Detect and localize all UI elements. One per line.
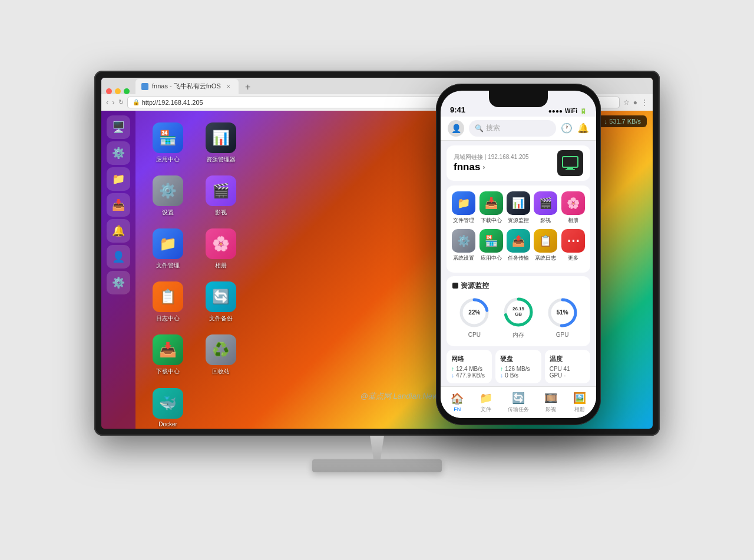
mem-label: 内存	[512, 331, 524, 339]
phone-app-more[interactable]: ⋯ 更多	[560, 229, 587, 262]
phone-appstore-label: 应用中心	[481, 254, 502, 262]
clock-icon[interactable]: 🕐	[561, 122, 573, 134]
phone-app-video[interactable]: 🎬 影视	[532, 191, 559, 224]
desktop-icon-appstore[interactable]: 🏪 应用中心	[141, 117, 194, 170]
gpu-value-text: 51%	[557, 309, 568, 316]
menu-icon[interactable]: ⋮	[641, 98, 648, 107]
nav-back[interactable]: ‹	[106, 98, 108, 107]
phone-app-transfer[interactable]: 📤 任务传输	[505, 229, 532, 262]
profile-icon[interactable]: ●	[633, 98, 637, 107]
desktop-icon-files[interactable]: 📁 文件管理	[141, 223, 194, 276]
logs-label: 日志中心	[156, 314, 180, 323]
search-placeholder: 搜索	[486, 123, 500, 133]
svg-rect-0	[563, 157, 578, 167]
gpu-label: GPU	[556, 332, 569, 338]
desktop-icon-backup[interactable]: 🔄 文件备份	[194, 276, 247, 329]
docker-icon: 🐳	[153, 388, 183, 419]
watermark: @蓝点网 Landian.News	[361, 391, 442, 402]
tab-album[interactable]: 🖼️ 相册	[573, 392, 586, 413]
up-arrow-icon: ↑	[451, 366, 454, 372]
desktop-icon-logs[interactable]: 📋 日志中心	[141, 276, 194, 329]
bell-icon[interactable]: 🔔	[577, 122, 589, 134]
disk-write-icon: ↓	[500, 372, 503, 379]
nav-forward[interactable]: ›	[112, 98, 114, 107]
resource-title-text: 资源监控	[461, 281, 489, 291]
appstore-icon: 🏪	[153, 122, 183, 153]
desktop-icon-download[interactable]: 📥 下载中心	[141, 329, 194, 382]
tab-files-label: 文件	[481, 406, 491, 413]
traffic-light-red[interactable]	[106, 88, 112, 94]
phone-bottom-bar: 🏠 FN 📁 文件 🔄 传输任务 🎞️ 影视	[441, 386, 596, 418]
gpu-gauge: 51% GPU	[546, 296, 579, 338]
phone-syslog-icon: 📋	[534, 229, 557, 253]
phone-monitor-label: 资源监控	[508, 217, 529, 224]
phone-more-icon: ⋯	[561, 229, 585, 253]
sidebar-icon-notify[interactable]: 🔔	[107, 219, 130, 243]
cpu-gauge: 22% CPU	[458, 296, 491, 338]
tab-video-icon: 🎞️	[544, 392, 557, 405]
photos-icon: 🌸	[206, 228, 236, 259]
phone-monitor-icon: 📊	[507, 191, 530, 215]
desktop-icon-settings[interactable]: ⚙️ 设置	[141, 170, 194, 223]
resource-gauges: 22% CPU	[452, 296, 584, 339]
device-card[interactable]: 局域网链接 | 192.168.41.205 fnnas ›	[447, 145, 590, 181]
sidebar-icon-user[interactable]: 👤	[107, 245, 130, 269]
browser-tab[interactable]: fnnas - 飞牛私有云fnOS ×	[135, 79, 239, 94]
phone-filemanager-icon: 📁	[452, 191, 475, 215]
desktop-icon-video[interactable]: 🎬 影视	[194, 170, 247, 223]
address-text: http://192.168.41.205	[142, 99, 203, 106]
mem-gauge-circle: 26.15GB	[502, 296, 535, 329]
tab-favicon	[141, 83, 148, 90]
network-up-row: ↑ 12.4 MB/s	[451, 366, 487, 372]
phone-app-appstore[interactable]: 🏪 应用中心	[478, 229, 505, 262]
logs-icon: 📋	[153, 281, 183, 312]
sidebar-icon-apps[interactable]: ⚙️	[107, 141, 130, 165]
disk-read-row: ↑ 126 MB/s	[500, 366, 536, 372]
phone-app-photos[interactable]: 🌸 相册	[560, 191, 587, 224]
phone-screen: 9:41 ●●●● WiFi 🔋 👤 🔍 搜索	[441, 91, 596, 418]
search-input[interactable]: 🔍 搜索	[469, 120, 556, 137]
phone-filemanager-label: 文件管理	[453, 217, 474, 224]
tab-video-label: 影视	[545, 406, 556, 413]
disk-write-value: 0 B/s	[505, 372, 518, 379]
user-avatar[interactable]: 👤	[448, 120, 464, 137]
tab-transfer-icon: 🔄	[512, 392, 525, 405]
bookmark-icon[interactable]: ☆	[623, 98, 630, 107]
nav-refresh[interactable]: ↻	[118, 98, 124, 106]
trash-label: 回收站	[212, 367, 230, 376]
desktop-icon-photos[interactable]: 🌸 相册	[194, 223, 247, 276]
desktop-icon-filemanager[interactable]: 📊 资源管理器	[194, 117, 247, 170]
phone-frame: 9:41 ●●●● WiFi 🔋 👤 🔍 搜索	[436, 84, 601, 425]
traffic-light-green[interactable]	[124, 88, 130, 94]
desktop-icon-trash[interactable]: ♻️ 回收站	[194, 329, 247, 382]
tab-fn[interactable]: 🏠 FN	[451, 392, 464, 412]
phone-action-icons: 🕐 🔔	[561, 122, 589, 134]
tab-video[interactable]: 🎞️ 影视	[544, 392, 557, 413]
sidebar-icon-monitor[interactable]: 🖥️	[107, 115, 130, 139]
traffic-light-yellow[interactable]	[115, 88, 121, 94]
cpu-gauge-circle: 22%	[458, 296, 491, 329]
phone-more-label: 更多	[568, 254, 578, 262]
phone-video-icon: 🎬	[534, 191, 557, 215]
tab-files[interactable]: 📁 文件	[479, 392, 492, 413]
desktop-icon-docker[interactable]: 🐳 Docker	[141, 382, 194, 429]
sidebar-icon-settings[interactable]: ⚙️	[107, 271, 130, 294]
phone-app-syslog[interactable]: 📋 系统日志	[532, 229, 559, 262]
phone-app-filemanager[interactable]: 📁 文件管理	[450, 191, 477, 224]
sidebar-icon-files[interactable]: 📁	[107, 167, 130, 191]
phone-app-settings[interactable]: ⚙️ 系统设置	[450, 229, 477, 262]
files-label: 文件管理	[156, 261, 180, 270]
resource-title-dot	[452, 283, 458, 289]
phone-app-monitor[interactable]: 📊 资源监控	[505, 191, 532, 224]
status-icons: ●●●● WiFi 🔋	[548, 108, 587, 114]
phone-app-download[interactable]: 📥 下载中心	[478, 191, 505, 224]
tab-close-button[interactable]: ×	[224, 82, 233, 91]
dn-arrow-icon: ↓	[451, 372, 454, 379]
tab-transfer[interactable]: 🔄 传输任务	[508, 392, 529, 413]
sidebar-icon-download[interactable]: 📥	[107, 193, 130, 217]
status-time: 9:41	[450, 105, 465, 114]
network-up-value: 12.4 MB/s	[456, 366, 482, 372]
cpu-value-text: 22%	[468, 309, 480, 316]
tab-add-button[interactable]: +	[241, 80, 255, 94]
app-grid-row-2: ⚙️ 系统设置 🏪 应用中心 📤 任务传输	[450, 229, 587, 262]
